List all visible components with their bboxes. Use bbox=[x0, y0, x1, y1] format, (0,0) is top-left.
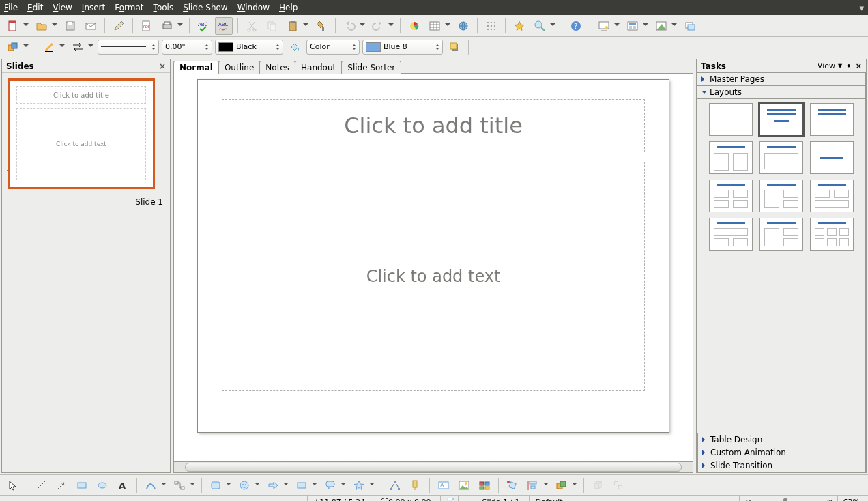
line-color-button[interactable] bbox=[40, 38, 58, 56]
fill-type-combo[interactable]: Color bbox=[306, 40, 360, 55]
menu-window[interactable]: Window bbox=[237, 3, 270, 12]
layout-2x2[interactable] bbox=[709, 180, 753, 212]
paste-dropdown[interactable] bbox=[302, 17, 310, 35]
callout-dropdown[interactable] bbox=[339, 476, 347, 494]
zoom-in-icon[interactable]: ⊕ bbox=[826, 498, 833, 501]
spellcheck-button[interactable]: ABC bbox=[194, 17, 212, 35]
curve-dropdown[interactable] bbox=[160, 476, 168, 494]
section-slide-transition[interactable]: Slide Transition bbox=[697, 459, 865, 472]
menu-format[interactable]: Format bbox=[115, 3, 143, 12]
extrusion-tool[interactable] bbox=[589, 476, 607, 494]
line-color-dropdown[interactable] bbox=[58, 38, 66, 56]
table-button[interactable] bbox=[426, 17, 444, 35]
block-arrows-dropdown[interactable] bbox=[282, 476, 290, 494]
menu-tools[interactable]: Tools bbox=[154, 3, 174, 12]
zoom-button[interactable] bbox=[531, 17, 549, 35]
basic-shapes-tool[interactable] bbox=[207, 476, 225, 494]
from-file-tool[interactable] bbox=[455, 476, 473, 494]
tab-normal[interactable]: Normal bbox=[173, 61, 219, 74]
open-dropdown[interactable] bbox=[50, 17, 59, 35]
block-arrows-tool[interactable] bbox=[264, 476, 282, 494]
interaction-tool[interactable] bbox=[609, 476, 627, 494]
star-dropdown[interactable] bbox=[368, 476, 376, 494]
format-paintbrush-button[interactable] bbox=[313, 17, 330, 35]
flowchart-dropdown[interactable] bbox=[310, 476, 319, 494]
tab-notes[interactable]: Notes bbox=[259, 61, 295, 74]
rectangle-tool[interactable] bbox=[73, 476, 91, 494]
glue-points-tool[interactable] bbox=[407, 476, 424, 494]
layout-1-2[interactable] bbox=[760, 180, 803, 212]
status-signature-icon[interactable] bbox=[458, 496, 472, 501]
slide-canvas[interactable]: Click to add title Click to add text bbox=[197, 79, 669, 433]
slide-layout-button[interactable] bbox=[624, 17, 641, 35]
menu-help[interactable]: Help bbox=[279, 3, 298, 12]
layout-title-content[interactable] bbox=[760, 103, 803, 136]
layout-6boxes[interactable] bbox=[810, 218, 854, 250]
menu-file[interactable]: File bbox=[4, 3, 18, 12]
new-doc-dropdown[interactable] bbox=[22, 17, 30, 35]
layout-title-only[interactable] bbox=[810, 103, 854, 136]
align-tool[interactable] bbox=[524, 476, 542, 494]
tasks-panel-close-icon[interactable]: × bbox=[856, 61, 862, 70]
horizontal-scrollbar[interactable] bbox=[173, 462, 693, 473]
slideshow-button[interactable] bbox=[595, 17, 613, 35]
print-dropdown[interactable] bbox=[176, 17, 184, 35]
print-button[interactable] bbox=[158, 17, 176, 35]
connector-dropdown[interactable] bbox=[188, 476, 197, 494]
curve-tool[interactable] bbox=[142, 476, 160, 494]
fill-color-combo[interactable]: Blue 8 bbox=[362, 40, 443, 55]
layout-1-over-2[interactable] bbox=[709, 218, 753, 250]
line-width-combo[interactable]: 0.00" bbox=[162, 40, 212, 55]
copy-button[interactable] bbox=[263, 17, 281, 35]
fontwork-tool[interactable]: A bbox=[435, 476, 452, 494]
layout-4boxes[interactable] bbox=[760, 218, 803, 250]
auto-spellcheck-button[interactable]: ABC bbox=[215, 17, 233, 35]
menu-view[interactable]: View bbox=[53, 3, 72, 12]
zoom-percent[interactable]: 63% bbox=[837, 496, 865, 501]
slide-layout-dropdown[interactable] bbox=[641, 17, 650, 35]
open-button[interactable] bbox=[33, 17, 50, 35]
minimize-icon[interactable]: ▾ bbox=[859, 3, 864, 13]
slide-master-button[interactable] bbox=[681, 17, 699, 35]
arrange-dropdown[interactable] bbox=[22, 38, 30, 56]
redo-dropdown[interactable] bbox=[387, 17, 395, 35]
layout-content-only[interactable] bbox=[760, 141, 803, 174]
arrow-style-dropdown[interactable] bbox=[87, 38, 95, 56]
ellipse-tool[interactable] bbox=[93, 476, 111, 494]
new-doc-button[interactable] bbox=[4, 17, 22, 35]
basic-shapes-dropdown[interactable] bbox=[225, 476, 233, 494]
arrange-button[interactable] bbox=[4, 38, 22, 56]
tab-outline[interactable]: Outline bbox=[218, 61, 260, 74]
shadow-button[interactable] bbox=[446, 38, 463, 56]
layout-centered[interactable] bbox=[810, 141, 854, 174]
tasks-view-menu[interactable]: View bbox=[818, 61, 835, 70]
line-tool[interactable] bbox=[32, 476, 50, 494]
zoom-out-icon[interactable]: ⊖ bbox=[739, 496, 757, 501]
section-table-design[interactable]: Table Design bbox=[697, 433, 865, 446]
chart-button[interactable] bbox=[405, 17, 423, 35]
symbol-shapes-tool[interactable] bbox=[235, 476, 253, 494]
title-placeholder[interactable]: Click to add title bbox=[222, 99, 645, 152]
slides-panel-close-icon[interactable]: × bbox=[159, 61, 166, 71]
line-style-combo[interactable] bbox=[98, 40, 159, 55]
hyperlink-button[interactable] bbox=[454, 17, 472, 35]
slideshow-dropdown[interactable] bbox=[613, 17, 621, 35]
select-tool[interactable] bbox=[4, 476, 22, 494]
rotate-tool[interactable] bbox=[504, 476, 521, 494]
redo-button[interactable] bbox=[369, 17, 387, 35]
layout-two-content[interactable] bbox=[709, 141, 753, 174]
arrow-line-tool[interactable] bbox=[53, 476, 70, 494]
undo-dropdown[interactable] bbox=[358, 17, 366, 35]
gallery-tool[interactable] bbox=[476, 476, 493, 494]
slide-design-button[interactable] bbox=[652, 17, 670, 35]
menu-edit[interactable]: Edit bbox=[27, 3, 43, 12]
slide-design-dropdown[interactable] bbox=[670, 17, 678, 35]
line-color-combo[interactable]: Black bbox=[215, 40, 283, 55]
content-placeholder[interactable]: Click to add text bbox=[222, 162, 645, 391]
menu-slideshow[interactable]: Slide Show bbox=[183, 3, 228, 12]
canvas-area[interactable]: Click to add title Click to add text bbox=[173, 74, 693, 462]
star-tool[interactable] bbox=[350, 476, 368, 494]
grid-button[interactable] bbox=[482, 17, 500, 35]
layout-blank[interactable] bbox=[709, 103, 753, 136]
flowchart-tool[interactable] bbox=[293, 476, 310, 494]
